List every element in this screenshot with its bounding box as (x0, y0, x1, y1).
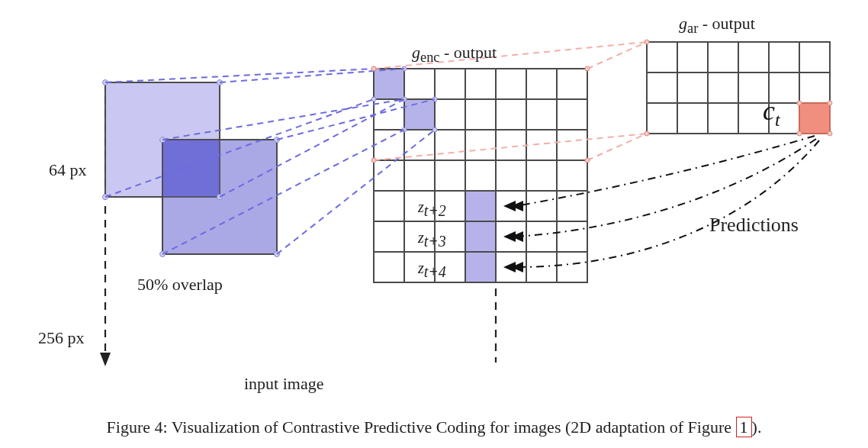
svg-point-38 (828, 131, 832, 136)
svg-point-51 (371, 66, 376, 71)
enc-cell-r1c1 (404, 99, 435, 130)
svg-line-48 (587, 134, 647, 160)
z-labels: zt+2 zt+3 zt+4 (417, 198, 446, 280)
label-overlap: 50% overlap (137, 275, 223, 295)
input-axis-arrowhead (100, 353, 111, 366)
svg-point-56 (645, 131, 649, 136)
svg-point-36 (828, 101, 832, 105)
label-g-enc: genc - output (412, 43, 497, 66)
svg-point-22 (371, 97, 376, 102)
label-64px: 64 px (49, 160, 87, 180)
patch-overlap (162, 140, 220, 197)
svg-point-55 (645, 40, 649, 44)
figure-ref-link[interactable]: 1 (736, 417, 752, 437)
ar-cell-ct (799, 103, 830, 134)
figure-caption: Figure 4: Visualization of Contrastive P… (0, 417, 868, 437)
encoder-grid (371, 66, 587, 363)
input-patches (100, 80, 280, 367)
label-256px: 256 px (38, 328, 85, 348)
ar-grid: ct (647, 42, 832, 136)
label-g-ar: gar - output (679, 14, 755, 37)
label-input-image: input image (244, 374, 323, 394)
svg-point-37 (797, 131, 802, 136)
enc-cell-zt3 (465, 221, 496, 252)
svg-point-35 (797, 101, 802, 105)
enc-cell-r0c0 (374, 69, 404, 99)
svg-line-47 (587, 42, 647, 69)
svg-point-53 (371, 158, 376, 163)
label-predictions: Predictions (709, 214, 799, 237)
svg-point-54 (585, 158, 590, 163)
svg-point-27 (432, 127, 437, 132)
svg-line-39 (105, 69, 374, 82)
enc-cell-zt4 (465, 252, 496, 282)
enc-cell-zt2 (465, 191, 496, 221)
figure-cpc-2d: zt+2 zt+3 zt+4 ct (0, 0, 868, 448)
svg-point-52 (585, 66, 590, 71)
